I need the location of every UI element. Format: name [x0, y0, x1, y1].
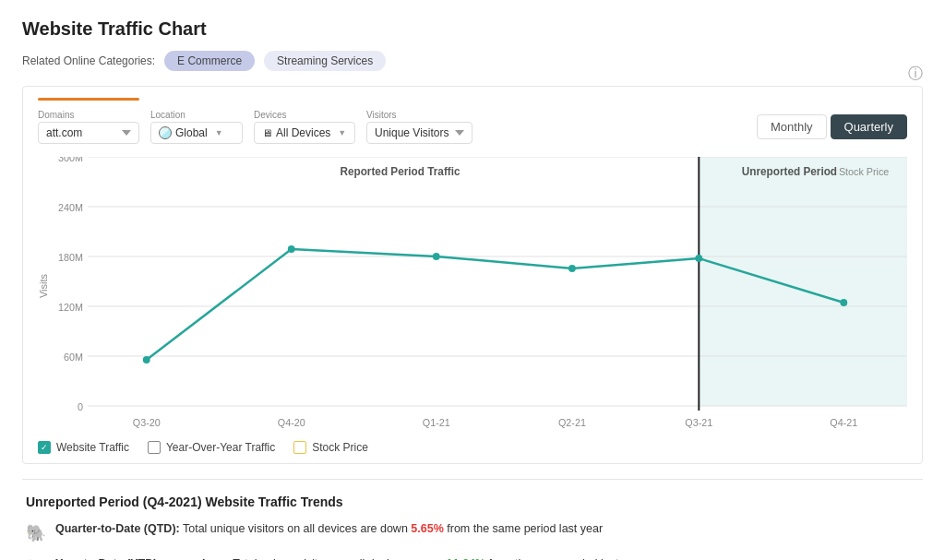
svg-text:Q3-20: Q3-20 [133, 417, 161, 428]
legend-website-traffic[interactable]: Website Traffic [38, 441, 129, 454]
related-categories-label: Related Online Categories: [22, 54, 155, 67]
svg-text:Q4-20: Q4-20 [278, 417, 305, 428]
svg-text:180M: 180M [58, 252, 83, 263]
globe-icon [159, 126, 172, 139]
svg-text:240M: 240M [58, 202, 83, 213]
orange-accent-bar [38, 98, 139, 101]
category-ecommerce[interactable]: E Commerce [164, 51, 255, 71]
chart-svg: 300M 240M 180M 120M 60M 0 Visits Q3-20 Q… [38, 157, 907, 434]
category-streaming[interactable]: Streaming Services [264, 51, 386, 71]
svg-point-25 [288, 245, 295, 253]
domains-select[interactable]: att.com [38, 122, 139, 144]
quarterly-button[interactable]: Quarterly [831, 114, 907, 139]
svg-text:Reported Period Traffic: Reported Period Traffic [340, 165, 460, 178]
section-divider [22, 479, 923, 480]
filters-row: Domains att.com Location Global ▼ Device… [38, 110, 907, 144]
svg-rect-0 [699, 157, 907, 406]
svg-text:120M: 120M [58, 302, 83, 313]
svg-point-29 [840, 299, 847, 306]
ytd-trend-item: 🐘 Year-to-Date (YTD) comparison: Total u… [26, 555, 919, 560]
visitors-label: Visitors [366, 110, 472, 120]
svg-text:Q2-21: Q2-21 [558, 417, 586, 428]
visitors-select[interactable]: Unique Visitors [366, 122, 472, 144]
chart-container: Domains att.com Location Global ▼ Device… [22, 86, 923, 464]
location-value: Global [175, 126, 208, 139]
qtd-trend-item: 🐘 Quarter-to-Date (QTD): Total unique vi… [26, 520, 919, 546]
stock-price-box[interactable] [293, 441, 306, 454]
svg-text:0: 0 [78, 401, 83, 412]
info-icon[interactable]: ⓘ [908, 65, 923, 84]
svg-text:Q4-21: Q4-21 [830, 417, 857, 428]
location-filter: Location Global ▼ [150, 110, 243, 144]
svg-text:Visits: Visits [38, 273, 49, 298]
devices-value: All Devices [276, 126, 330, 139]
chart-area: 300M 240M 180M 120M 60M 0 Visits Q3-20 Q… [38, 157, 907, 434]
website-traffic-label: Website Traffic [56, 441, 129, 454]
svg-text:300M: 300M [58, 157, 83, 163]
location-label: Location [150, 110, 243, 120]
devices-label: Devices [254, 110, 355, 120]
svg-point-24 [143, 356, 150, 363]
svg-text:Q3-21: Q3-21 [685, 417, 712, 428]
qtd-text: Quarter-to-Date (QTD): Total unique visi… [55, 520, 603, 538]
domains-filter: Domains att.com [38, 110, 139, 144]
domains-label: Domains [38, 110, 139, 120]
ytd-icon: 🐘 [26, 556, 46, 560]
svg-text:Unreported Period: Unreported Period [742, 165, 837, 178]
monthly-button[interactable]: Monthly [757, 114, 827, 139]
svg-point-28 [695, 255, 702, 262]
monitor-icon: 🖥 [262, 127, 272, 138]
chart-legend: Website Traffic Year-Over-Year Traffic S… [38, 441, 907, 454]
yoy-traffic-label: Year-Over-Year Traffic [166, 441, 275, 454]
devices-select[interactable]: 🖥 All Devices ▼ [254, 122, 355, 144]
svg-text:Q1-21: Q1-21 [423, 417, 450, 428]
stock-price-label: Stock Price [312, 441, 368, 454]
svg-text:60M: 60M [64, 351, 83, 363]
page-title: Website Traffic Chart [22, 18, 923, 40]
svg-text:Stock Price: Stock Price [839, 166, 889, 177]
visitors-filter: Visitors Unique Visitors [366, 110, 472, 144]
website-traffic-checkbox[interactable] [38, 441, 51, 454]
qtd-icon: 🐘 [26, 521, 46, 546]
yoy-traffic-checkbox[interactable] [148, 441, 161, 454]
svg-point-27 [568, 265, 576, 272]
devices-chevron: ▼ [338, 128, 346, 137]
devices-filter: Devices 🖥 All Devices ▼ [254, 110, 355, 144]
location-select[interactable]: Global ▼ [150, 122, 243, 144]
ytd-text: Year-to-Date (YTD) comparison: Total uni… [55, 555, 644, 560]
legend-stock-price[interactable]: Stock Price [293, 441, 368, 454]
legend-yoy-traffic[interactable]: Year-Over-Year Traffic [148, 441, 275, 454]
trends-section: Unreported Period (Q4-2021) Website Traf… [22, 494, 923, 560]
period-buttons: Monthly Quarterly [757, 114, 907, 139]
svg-point-26 [433, 253, 440, 260]
trends-title: Unreported Period (Q4-2021) Website Traf… [26, 494, 919, 509]
location-chevron: ▼ [215, 128, 223, 137]
